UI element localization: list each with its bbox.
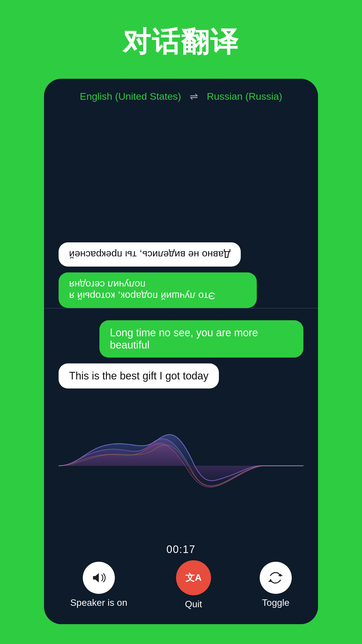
top-bubble-1: Это лучший подарок, который я получил се… — [59, 272, 257, 308]
bottom-controls: 00:17 Speaker is on 文A — [44, 538, 318, 624]
controls-row: Speaker is on 文A Quit — [59, 560, 303, 610]
translate-icon: 文A — [185, 570, 202, 586]
top-messages: Это лучший подарок, который я получил се… — [59, 234, 303, 308]
phone-card: English (United States) ⇌ Russian (Russi… — [44, 79, 318, 624]
svg-text:文A: 文A — [185, 572, 201, 583]
bottom-section: Long time no see, you are more beautiful… — [44, 309, 318, 538]
svg-marker-3 — [268, 580, 273, 582]
toggle-icon — [268, 570, 283, 585]
toggle-button[interactable] — [260, 562, 292, 594]
quit-label: Quit — [185, 599, 202, 610]
speaker-label: Speaker is on — [70, 597, 127, 608]
speaker-icon — [91, 570, 106, 585]
timer-display: 00:17 — [166, 543, 196, 556]
page-title: 对话翻译 — [123, 23, 239, 61]
quit-button[interactable]: 文A — [176, 560, 211, 595]
left-language[interactable]: English (United States) — [80, 91, 181, 102]
top-section: English (United States) ⇌ Russian (Russi… — [44, 79, 318, 308]
toggle-control: Toggle — [260, 562, 292, 608]
voice-waveform — [59, 394, 303, 538]
top-bubble-2: Давно не виделись, ты прекрасней — [59, 242, 241, 267]
quit-control: 文A Quit — [176, 560, 211, 610]
bottom-bubble-1: Long time no see, you are more beautiful — [99, 320, 303, 358]
right-language[interactable]: Russian (Russia) — [207, 91, 282, 102]
language-bar: English (United States) ⇌ Russian (Russi… — [59, 90, 303, 102]
toggle-label: Toggle — [262, 597, 289, 608]
speaker-button[interactable] — [83, 562, 115, 594]
bottom-messages: Long time no see, you are more beautiful… — [59, 320, 303, 388]
bottom-bubble-2: This is the best gift I got today — [59, 363, 219, 388]
speaker-control: Speaker is on — [70, 562, 127, 608]
swap-icon[interactable]: ⇌ — [190, 90, 198, 102]
